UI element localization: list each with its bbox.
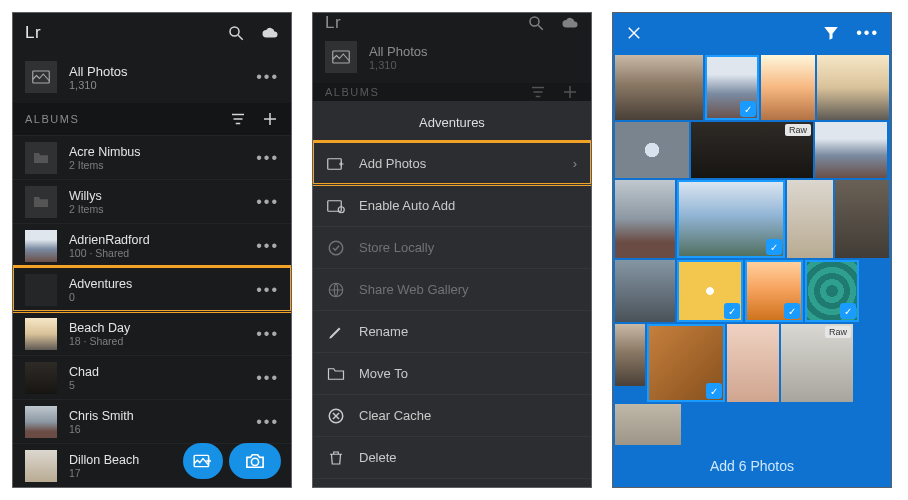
menu-item-label: Enable Auto Add — [359, 198, 455, 213]
all-photos-row: All Photos 1,310 — [313, 33, 591, 83]
photo-cell[interactable] — [615, 122, 689, 178]
folder-icon — [25, 186, 57, 218]
album-row[interactable]: Chad5••• — [13, 355, 291, 399]
camera-fab[interactable] — [229, 443, 281, 479]
chevron-right-icon: › — [573, 156, 577, 171]
photo-cell[interactable]: ✓ — [647, 324, 725, 402]
album-thumb — [25, 406, 57, 438]
add-album-icon[interactable] — [261, 110, 279, 128]
menu-item-check-circle: Store Locally — [313, 226, 591, 268]
album-row[interactable]: Adventures0••• — [13, 267, 291, 311]
sort-icon[interactable] — [229, 110, 247, 128]
photo-cell[interactable]: ✓ — [805, 260, 859, 322]
photo-cell[interactable] — [815, 122, 887, 178]
more-icon[interactable]: ••• — [256, 193, 279, 211]
add-album-icon — [561, 83, 579, 101]
menu-item-label: Share Web Gallery — [359, 282, 469, 297]
more-icon[interactable]: ••• — [256, 68, 279, 86]
more-icon[interactable]: ••• — [256, 325, 279, 343]
photo-cell[interactable] — [615, 55, 703, 120]
photo-cell[interactable]: ✓ — [677, 180, 785, 258]
menu-item-x-circle[interactable]: Clear Cache — [313, 394, 591, 436]
check-icon: ✓ — [706, 383, 722, 399]
album-row[interactable]: Beach Day18 · Shared••• — [13, 311, 291, 355]
more-icon[interactable]: ••• — [856, 24, 879, 42]
all-photos-thumb-icon — [25, 61, 57, 93]
search-icon[interactable] — [227, 24, 245, 42]
menu-item-label: Store Locally — [359, 240, 434, 255]
more-icon[interactable]: ••• — [256, 237, 279, 255]
album-meta: 2 Items — [69, 159, 141, 171]
menu-title: Adventures — [313, 101, 591, 142]
photo-cell[interactable]: ✓ — [677, 260, 743, 322]
more-icon[interactable]: ••• — [256, 413, 279, 431]
album-thumb — [25, 450, 57, 482]
panel-albums-list: Lr All Photos 1,310 ••• ALBUMS — [12, 12, 292, 488]
more-icon[interactable]: ••• — [256, 281, 279, 299]
albums-section-header: ALBUMS — [13, 103, 291, 135]
album-context-menu: Adventures Add Photos›Enable Auto AddSto… — [313, 101, 591, 488]
search-icon[interactable] — [527, 14, 545, 32]
add-photos-label: Add 6 Photos — [710, 458, 794, 474]
photo-cell[interactable] — [835, 180, 889, 258]
svg-point-10 — [530, 17, 539, 26]
add-photos-button[interactable]: Add 6 Photos — [613, 445, 891, 487]
album-list: Acre Nimbus2 Items•••Willys2 Items•••Adr… — [13, 135, 291, 487]
menu-item-label: Delete — [359, 450, 397, 465]
cloud-icon[interactable] — [561, 14, 579, 32]
photo-cell[interactable]: Raw — [781, 324, 853, 402]
globe-icon — [327, 281, 345, 299]
photo-cell[interactable] — [615, 180, 675, 258]
menu-item-pencil[interactable]: Rename — [313, 310, 591, 352]
menu-item-folder-move[interactable]: Move To — [313, 352, 591, 394]
filter-icon[interactable] — [822, 24, 840, 42]
photo-cell[interactable] — [817, 55, 889, 120]
album-row[interactable]: Acre Nimbus2 Items••• — [13, 135, 291, 179]
top-bar: Lr — [13, 13, 291, 53]
photo-cell[interactable] — [615, 404, 681, 445]
album-row[interactable]: Chris Smith16••• — [13, 399, 291, 443]
album-thumb — [25, 318, 57, 350]
panel-album-menu: Lr All Photos 1,310 ALBUMS Adventures Ad… — [312, 12, 592, 488]
menu-item-trash[interactable]: Delete — [313, 436, 591, 478]
more-icon[interactable]: ••• — [256, 369, 279, 387]
album-row[interactable]: AdrienRadford100 · Shared••• — [13, 223, 291, 267]
trash-icon — [327, 449, 345, 467]
photo-cell[interactable]: ✓ — [745, 260, 803, 322]
capture-fab-group — [183, 443, 281, 479]
photo-cell[interactable] — [787, 180, 833, 258]
add-photos-icon — [327, 155, 345, 173]
menu-item-add-photos[interactable]: Add Photos› — [313, 142, 591, 184]
check-icon: ✓ — [840, 303, 856, 319]
top-bar: Lr — [313, 13, 591, 33]
folder-icon — [25, 142, 57, 174]
photo-cell[interactable] — [727, 324, 779, 402]
all-photos-title: All Photos — [369, 44, 428, 59]
album-thumb — [25, 274, 57, 306]
album-meta: 18 · Shared — [69, 335, 130, 347]
app-logo: Lr — [25, 23, 41, 43]
menu-item-auto-add[interactable]: Enable Auto Add — [313, 184, 591, 226]
album-meta: 17 — [69, 467, 139, 479]
import-fab[interactable] — [183, 443, 223, 479]
all-photos-row[interactable]: All Photos 1,310 ••• — [13, 53, 291, 103]
albums-label: ALBUMS — [325, 86, 379, 98]
photo-cell[interactable] — [615, 260, 675, 322]
cloud-icon[interactable] — [261, 24, 279, 42]
photo-cell[interactable]: Raw — [691, 122, 813, 178]
svg-point-21 — [329, 241, 343, 255]
more-icon[interactable]: ••• — [256, 149, 279, 167]
sort-icon — [529, 83, 547, 101]
photo-cell[interactable] — [615, 324, 645, 386]
close-icon[interactable] — [625, 24, 643, 42]
album-meta: 2 Items — [69, 203, 103, 215]
photo-cell[interactable] — [761, 55, 815, 120]
photo-cell[interactable]: ✓ — [705, 55, 759, 120]
album-name: AdrienRadford — [69, 233, 150, 247]
folder-move-icon — [327, 365, 345, 383]
menu-item-label: Rename — [359, 324, 408, 339]
album-row[interactable]: Willys2 Items••• — [13, 179, 291, 223]
x-circle-icon — [327, 407, 345, 425]
album-thumb — [25, 362, 57, 394]
photo-grid: ✓Raw✓✓✓✓✓Raw — [613, 53, 891, 445]
